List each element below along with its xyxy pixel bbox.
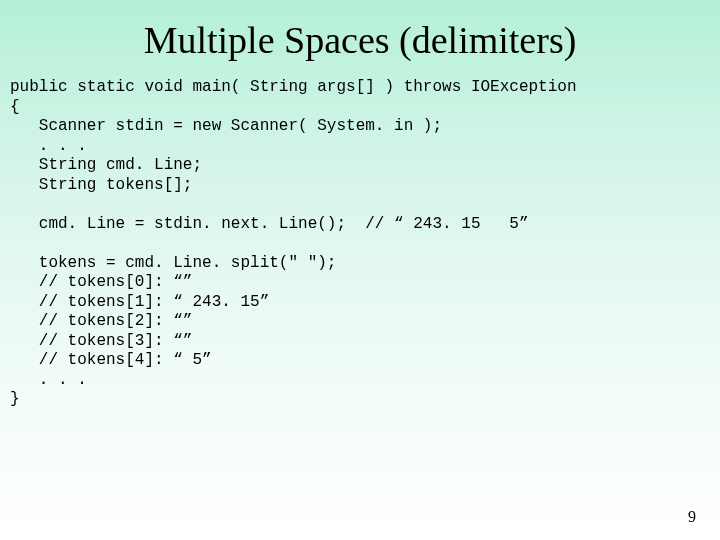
code-line: . . . (10, 371, 87, 389)
code-line: // tokens[1]: “ 243. 15” (10, 293, 269, 311)
code-line: String tokens[]; (10, 176, 192, 194)
code-line: // tokens[3]: “” (10, 332, 192, 350)
code-line: // tokens[0]: “” (10, 273, 192, 291)
code-line: String cmd. Line; (10, 156, 202, 174)
code-line: tokens = cmd. Line. split(" "); (10, 254, 336, 272)
code-line: } (10, 390, 20, 408)
code-line: // tokens[2]: “” (10, 312, 192, 330)
code-line: // tokens[4]: “ 5” (10, 351, 212, 369)
code-line: { (10, 98, 20, 116)
code-line: cmd. Line = stdin. next. Line(); // “ 24… (10, 215, 528, 233)
code-line: public static void main( String args[] )… (10, 78, 577, 96)
code-line: . . . (10, 137, 87, 155)
page-number: 9 (688, 508, 696, 526)
code-block: public static void main( String args[] )… (0, 62, 720, 410)
slide-title: Multiple Spaces (delimiters) (0, 0, 720, 62)
code-line: Scanner stdin = new Scanner( System. in … (10, 117, 442, 135)
